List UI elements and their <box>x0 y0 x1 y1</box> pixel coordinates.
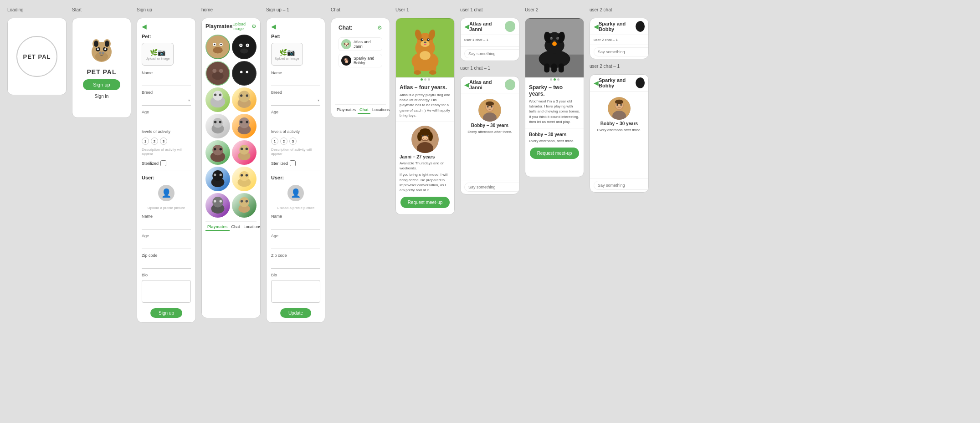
signup1-zip-input[interactable] <box>271 260 320 269</box>
signup1-upload-box[interactable]: 🌿📷 Upload an image <box>271 43 303 66</box>
user1-owner-photo <box>411 126 439 153</box>
dog-thumb-10[interactable] <box>232 140 257 165</box>
signup1-update-button[interactable]: Update <box>280 308 311 318</box>
home-screen: Playmates Upload image ⚙ <box>201 18 261 318</box>
signup1-activity-btn-1[interactable]: 1 <box>271 138 278 145</box>
chat-gear-icon[interactable]: ⚙ <box>377 25 382 31</box>
activity-btn-3[interactable]: 3 <box>160 138 167 145</box>
chat-header: Chat: ⚙ <box>335 22 386 32</box>
start-signin-link[interactable]: Sign in <box>95 94 109 99</box>
user1-owner-section: Janni – 27 years Available Thursdays and… <box>396 122 454 214</box>
signup-age-input[interactable] <box>142 117 191 125</box>
dog-thumb-9[interactable] <box>205 140 230 165</box>
user2-label: User 2 <box>525 7 584 12</box>
dog-thumb-4[interactable] <box>232 61 257 86</box>
dog-thumb-3[interactable] <box>205 61 230 86</box>
dog-thumb-6[interactable] <box>232 87 257 112</box>
home-nav-locations[interactable]: Locations <box>242 224 261 231</box>
user2chat-back-arrow[interactable]: ◀ <box>594 23 599 30</box>
svg-point-71 <box>246 200 248 202</box>
svg-point-46 <box>240 121 242 123</box>
signup-submit-button[interactable]: Sign up <box>150 308 182 318</box>
dog-thumb-5[interactable] <box>205 87 230 112</box>
signup1-name-input[interactable] <box>271 78 320 86</box>
start-signup-button[interactable]: Sign up <box>83 79 120 90</box>
svg-point-55 <box>246 148 248 150</box>
chat-avatar-sparky: 🐕 <box>341 56 351 66</box>
user2chat1-screen: ◀ Sparky and Bobby <box>590 74 649 193</box>
signup-upload-label: Upload an image <box>146 57 170 60</box>
signup1-activity-hint: Description of activity will appear <box>271 148 320 156</box>
signup-breed-select[interactable] <box>142 97 191 106</box>
dog-thumb-2[interactable] <box>232 35 257 59</box>
signup1-age-input[interactable] <box>271 117 320 125</box>
dog-thumb-11[interactable] <box>205 167 230 191</box>
pug-icon <box>88 37 115 65</box>
signup1-sterilized-label: Sterilized <box>271 161 288 166</box>
signup1-back-arrow[interactable]: ◀ <box>271 23 320 30</box>
dog-thumb-8[interactable] <box>232 114 257 138</box>
signup1-user-name-input[interactable] <box>271 221 320 229</box>
signup-upload-box[interactable]: 🌿📷 Upload an image <box>142 43 174 66</box>
user2chat-message-input[interactable] <box>594 47 649 56</box>
user1chat1-screen: ◀ Atlas and Janni <box>460 76 519 194</box>
user2chat1-message-input[interactable] <box>594 181 649 190</box>
home-nav-playmates[interactable]: Playmates <box>205 224 230 231</box>
user1chat1-message-input[interactable] <box>464 183 519 192</box>
dog-thumb-7[interactable] <box>205 114 230 138</box>
signup1-sterilized-checkbox[interactable] <box>290 160 296 166</box>
svg-point-26 <box>212 71 223 80</box>
signup-sterilized-checkbox[interactable] <box>160 160 166 166</box>
chat-nav-playmates[interactable]: Playmates <box>335 107 358 114</box>
chat-nav-locations[interactable]: Locations <box>370 107 390 114</box>
signup-sterilized-row: Sterilized <box>142 160 191 166</box>
signup-user-name-input[interactable] <box>142 221 191 229</box>
user1chat-message-input[interactable] <box>464 49 519 58</box>
chat-name-sparky: Sparky and Bobby <box>354 56 380 65</box>
signup-zip-input[interactable] <box>142 260 191 269</box>
signup-user-section: User: <box>142 175 191 180</box>
signup1-upload-label: Upload an image <box>275 57 299 60</box>
user2-meetup-button[interactable]: Request meet-up <box>530 148 580 159</box>
signup1-bio-textarea[interactable] <box>271 280 320 303</box>
signup1-activity-btn-3[interactable]: 3 <box>289 138 297 145</box>
home-gear-icon[interactable]: ⚙ <box>251 23 257 30</box>
svg-point-8 <box>102 51 104 54</box>
signup-activity-label: levels of activity <box>142 129 191 134</box>
loading-circle: PET PAL <box>16 36 57 77</box>
start-app-title: PET PAL <box>87 68 116 76</box>
svg-point-53 <box>239 145 249 155</box>
svg-point-88 <box>429 70 436 75</box>
svg-point-82 <box>428 39 429 40</box>
signup1-user-age-input[interactable] <box>271 241 320 249</box>
user2chat1-back[interactable]: ◀ <box>594 79 599 87</box>
chat-nav-chat[interactable]: Chat <box>358 107 370 114</box>
user1chat-back-arrow[interactable]: ◀ <box>464 23 469 30</box>
user1chat-title: Atlas and Janni <box>469 21 505 32</box>
svg-point-115 <box>550 37 553 40</box>
activity-btn-1[interactable]: 1 <box>142 138 149 145</box>
user2chat-header: ◀ Sparky and Bobby <box>590 18 648 35</box>
dog-thumb-12[interactable] <box>232 167 257 191</box>
upload-icon: 🌿📷 <box>150 49 165 56</box>
activity-btn-2[interactable]: 2 <box>151 138 158 145</box>
chat-item-sparky[interactable]: 🐕 Sparky and Bobby <box>339 54 382 67</box>
dog-thumb-13[interactable] <box>205 193 230 218</box>
user1chat1-back[interactable]: ◀ <box>464 81 469 88</box>
signup1-activity-btn-2[interactable]: 2 <box>280 138 287 145</box>
signup-sterilized-label: Sterilized <box>142 161 159 166</box>
chat-item-atlas[interactable]: 🐶 Atlas and Janni <box>339 37 382 51</box>
signup1-breed-select[interactable] <box>271 97 320 106</box>
home-nav-chat[interactable]: Chat <box>230 224 242 231</box>
signup-bio-textarea[interactable] <box>142 280 191 303</box>
signup-back-arrow[interactable]: ◀ <box>142 23 191 30</box>
svg-point-84 <box>420 51 431 60</box>
dog-thumb-14[interactable] <box>232 193 257 218</box>
signup-user-age-input[interactable] <box>142 241 191 249</box>
signup1-user-name-label: Name <box>271 214 320 219</box>
user1-meetup-button[interactable]: Request meet-up <box>400 197 450 208</box>
signup1-pet-section: Pet: <box>271 34 320 39</box>
dog-thumb-1[interactable] <box>205 35 230 59</box>
signup-name-input[interactable] <box>142 78 191 86</box>
home-upload-link[interactable]: Upload image <box>232 22 249 31</box>
